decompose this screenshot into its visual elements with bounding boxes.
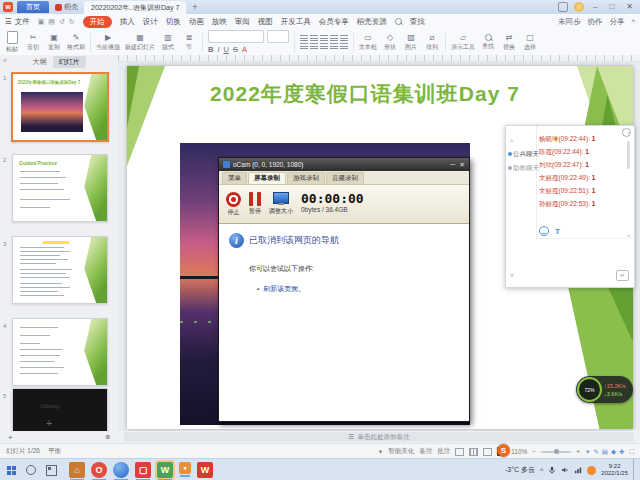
play-current-button[interactable]: ▶ 当前播放 [96, 33, 120, 51]
redo-icon[interactable]: ↻ [69, 18, 75, 26]
file-menu[interactable]: ☰ 文件 [5, 17, 30, 27]
slide-thumbnail-4[interactable] [12, 318, 108, 386]
slide-thumbnail-1[interactable]: 2022年度寒假口语集训班Day 7 [11, 72, 109, 142]
ocam-tab-screen-record[interactable]: 屏幕录制 [248, 172, 286, 184]
find-menu[interactable]: 查找 [410, 17, 425, 27]
format-painter-button[interactable]: ✎ 格式刷 [67, 33, 85, 51]
ocam-close-button[interactable]: ✕ [459, 161, 465, 169]
columns-icon[interactable] [330, 43, 338, 49]
cut-button[interactable]: ✂ 剪切 [25, 33, 41, 51]
normal-view-icon[interactable] [455, 448, 464, 456]
taskbar-app-opera-icon[interactable]: O [91, 462, 107, 478]
share-button[interactable]: 分享 [609, 17, 624, 27]
taskbar-app-wps-writer-icon[interactable]: W [197, 462, 213, 478]
zoom-slider[interactable] [541, 451, 571, 453]
network-icon[interactable] [574, 466, 582, 474]
reading-view-icon[interactable] [483, 448, 492, 456]
taskbar-app-browser-icon[interactable] [113, 462, 129, 478]
shape-button[interactable]: ◇ 形状 [382, 33, 398, 51]
tab-slides[interactable]: 幻灯片 [53, 56, 86, 68]
chat-message-list[interactable]: 杨晓琳(09:22:44): 1 陈霞(09:22:44): 1 刘欣(09:2… [539, 132, 621, 210]
speed-ball-widget[interactable]: 72% ↑15.2K/s ↓3.6K/s [576, 376, 633, 403]
bullet-list-icon[interactable] [300, 35, 308, 41]
sync-status[interactable]: 未同步 [558, 17, 581, 27]
notes-input-field[interactable]: ☰ 单击此处添加备注 [124, 432, 634, 442]
refresh-page-link[interactable]: 刷新该页面。 [263, 284, 305, 294]
pen-icon[interactable]: ✎ [593, 448, 598, 456]
comments-toggle[interactable]: 批注 [437, 447, 450, 456]
strikethrough-button[interactable]: S [233, 45, 238, 54]
bold-button[interactable]: B [208, 45, 213, 54]
cortana-search-icon[interactable] [26, 465, 36, 475]
tab-outline[interactable]: 大纲 [33, 57, 47, 67]
notification-icon[interactable] [558, 2, 568, 12]
chat-tab-public[interactable]: 公共聊天 [508, 150, 535, 159]
emoji-icon[interactable] [539, 226, 549, 236]
font-family-select[interactable] [208, 30, 264, 43]
font-color-icon[interactable]: A [242, 45, 247, 54]
taskbar-app-red-icon[interactable]: ▢ [135, 462, 151, 478]
find-button[interactable]: 查找 [480, 34, 496, 50]
tab-home[interactable]: 开始 [83, 16, 112, 28]
document-tab[interactable]: 20220202年..语集训班Day 7 [84, 1, 186, 14]
ocam-resize-button[interactable]: 调整大小 [269, 192, 293, 216]
plus-icon[interactable]: ✚ [619, 448, 624, 456]
fit-screen-icon[interactable]: ⛶ [629, 448, 634, 456]
tab-slideshow[interactable]: 放映 [212, 17, 227, 27]
docer-tab[interactable]: 稻壳 [49, 2, 84, 12]
zoom-in-icon[interactable]: + [576, 448, 580, 455]
collaborate-button[interactable]: 协作 [587, 17, 602, 27]
slide-sorter-view-icon[interactable] [469, 448, 478, 456]
zoom-out-icon[interactable]: − [532, 448, 536, 455]
search-icon[interactable] [395, 18, 402, 25]
slide-list-icon[interactable]: ≣ [105, 433, 110, 442]
taskbar-clock[interactable]: 9:22 2022/1/25 [601, 463, 628, 477]
picture-button[interactable]: ▨ 图片 [403, 33, 419, 51]
slide-title[interactable]: 2022年度寒假口语集训班Day 7 [155, 80, 575, 108]
home-tab[interactable]: 首页 [17, 1, 49, 13]
align-center-icon[interactable] [330, 35, 338, 41]
volume-icon[interactable] [561, 466, 569, 474]
scroll-up-icon[interactable]: ^ [627, 131, 630, 137]
demo-tools-button[interactable]: ▱ 演示工具 [451, 33, 475, 51]
save-icon[interactable]: ▣ [38, 18, 45, 26]
send-message-button[interactable]: ↵ [616, 270, 629, 281]
tab-insert[interactable]: 插入 [120, 17, 135, 27]
align-right-icon[interactable] [340, 35, 348, 41]
zoom-level[interactable]: 110% [511, 448, 527, 455]
chat-input-field[interactable]: ↵ [536, 238, 634, 287]
ocam-pause-button[interactable]: 暂停 [249, 192, 261, 216]
slide-thumbnail-3[interactable] [12, 236, 108, 304]
taskbar-app-orange-icon[interactable]: ● [179, 462, 191, 474]
ocam-tab-audio-record[interactable]: 音频录制 [326, 172, 364, 184]
tab-review[interactable]: 审阅 [235, 17, 250, 27]
chat-tab-assistant[interactable]: 助教聊天 [508, 164, 535, 173]
replace-button[interactable]: ⇄ 替换 [501, 33, 517, 51]
print-icon[interactable]: ▤ [48, 18, 55, 26]
tab-view[interactable]: 视图 [258, 17, 273, 27]
ocam-stop-button[interactable]: 停止 [226, 192, 241, 217]
ocam-minimize-button[interactable]: ─ [450, 161, 455, 169]
indent-more-icon[interactable] [310, 43, 318, 49]
tab-docer-res[interactable]: 稻壳资源 [357, 17, 387, 27]
select-button[interactable]: ▢ 选择 [522, 33, 538, 51]
weather-widget[interactable]: -3°C 多云 [505, 465, 535, 475]
show-desktop-button[interactable] [633, 459, 637, 480]
section-button[interactable]: ≣ 节 [181, 33, 197, 51]
close-button[interactable]: ✕ [623, 3, 636, 11]
signal-icon[interactable]: ✦ [585, 448, 590, 456]
tray-expand-icon[interactable]: ^ [540, 467, 543, 474]
undo-icon[interactable]: ↺ [59, 18, 65, 26]
new-slide-plus-button[interactable]: + [8, 433, 13, 442]
zoom-slider-thumb[interactable] [554, 449, 559, 454]
screen-tool-badge[interactable]: S [497, 444, 510, 457]
new-slide-button[interactable]: ▦ 新建幻灯片 [125, 33, 155, 51]
chat-collapse-down-icon[interactable]: ˅ [510, 272, 514, 279]
slide-thumbnail-5[interactable]: Udemy [12, 388, 108, 431]
tab-animation[interactable]: 动画 [189, 17, 204, 27]
text-style-icon[interactable]: T [555, 227, 560, 236]
number-list-icon[interactable] [310, 35, 318, 41]
copy-button[interactable]: ▣ 复制 [46, 33, 62, 51]
line-spacing-icon[interactable] [320, 43, 328, 49]
tab-transition[interactable]: 切换 [166, 17, 181, 27]
